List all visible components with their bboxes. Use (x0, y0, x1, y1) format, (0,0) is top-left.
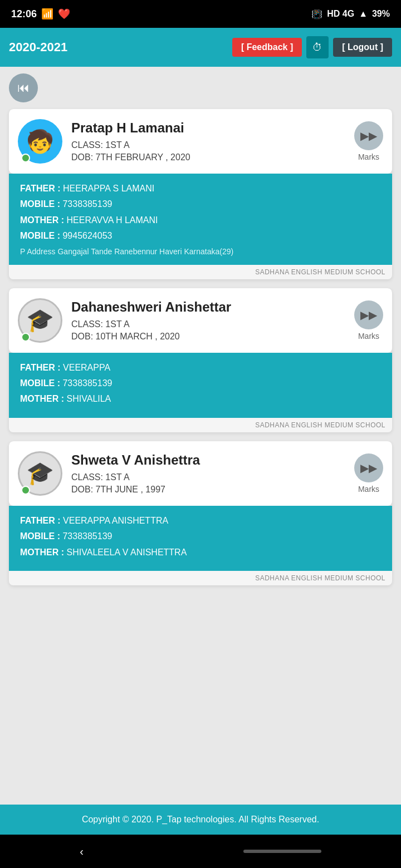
student-card-top-1: 🧒 Pratap H Lamanai CLASS: 1ST A DOB: 7TH… (9, 109, 392, 174)
copyright-text: Copyright © 2020. P_Tap technologies. Al… (82, 815, 319, 824)
father-name-1: HEERAPPA S LAMANI (63, 184, 154, 193)
father-mobile-3: 7338385139 (62, 531, 112, 541)
student-detail-1: FATHER : HEERAPPA S LAMANI MOBILE : 7338… (9, 174, 392, 265)
avatar-wrap-2: 🎓 (18, 298, 62, 343)
mother-mobile-row-1: MOBILE : 9945624053 (20, 230, 381, 242)
back-button[interactable]: ⏮ (9, 73, 38, 102)
school-footer-1: SADHANA ENGLISH MEDIUM SCHOOL (9, 265, 392, 279)
mother-row-3: MOTHER : SHIVALEELA V ANISHETTRA (20, 546, 381, 559)
mother-name-2: SHIVALILA (67, 394, 111, 403)
father-mobile-row-1: MOBILE : 7338385139 (20, 198, 381, 210)
student-card-top-3: 🎓 Shweta V Anishettra CLASS: 1ST A DOB: … (9, 441, 392, 506)
mobile-label-2a: MOBILE : (20, 378, 62, 388)
father-mobile-1: 7338385139 (62, 199, 112, 209)
school-footer-3: SADHANA ENGLISH MEDIUM SCHOOL (9, 571, 392, 585)
clock-button[interactable]: ⏱ (306, 36, 329, 58)
student-info-3: Shweta V Anishettra CLASS: 1ST A DOB: 7T… (71, 452, 345, 495)
mother-label-3: MOTHER : (20, 548, 67, 557)
mother-mobile-1: 9945624053 (62, 231, 112, 240)
online-dot-2 (21, 333, 30, 342)
student-card-3: 🎓 Shweta V Anishettra CLASS: 1ST A DOB: … (9, 441, 392, 585)
student-class-2: CLASS: 1ST A (71, 319, 345, 329)
network-display: HD 4G (327, 9, 354, 19)
student-class-3: CLASS: 1ST A (71, 472, 345, 482)
marks-label-3: Marks (358, 485, 379, 494)
student-dob-3: DOB: 7TH JUNE , 1997 (71, 485, 345, 495)
student-name-2: Dahaneshweri Anishettar (71, 299, 345, 315)
marks-wrap-3: ▶▶ Marks (354, 453, 383, 494)
book-icon-2: 🎓 (26, 307, 54, 333)
school-footer-2: SADHANA ENGLISH MEDIUM SCHOOL (9, 418, 392, 432)
heart-icon: ❤️ (58, 8, 70, 20)
main-content: 🧒 Pratap H Lamanai CLASS: 1ST A DOB: 7TH… (0, 109, 401, 805)
mother-row-1: MOTHER : HEERAVVA H LAMANI (20, 214, 381, 226)
book-icon-3: 🎓 (26, 460, 54, 486)
time-display: 12:06 (11, 8, 37, 20)
student-card-1: 🧒 Pratap H Lamanai CLASS: 1ST A DOB: 7TH… (9, 109, 392, 279)
online-dot-1 (21, 154, 30, 162)
nav-back-button[interactable]: ‹ (80, 845, 84, 858)
vibrate-icon: 📳 (311, 9, 322, 19)
year-display: 2020-2021 (9, 40, 67, 55)
mother-name-3: SHIVALEELA V ANISHETTRA (67, 548, 187, 557)
nav-bar: ‹ (0, 835, 401, 868)
app-footer: Copyright © 2020. P_Tap technologies. Al… (0, 805, 401, 835)
feedback-button[interactable]: [ Feedback ] (232, 38, 302, 57)
student-name-1: Pratap H Lamanai (71, 120, 345, 136)
father-mobile-row-2: MOBILE : 7338385139 (20, 377, 381, 389)
marks-wrap-1: ▶▶ Marks (354, 121, 383, 161)
marks-button-1[interactable]: ▶▶ (354, 121, 383, 150)
mother-name-1: HEERAVVA H LAMANI (67, 215, 158, 225)
top-header: 2020-2021 [ Feedback ] ⏱ [ Logout ] (0, 28, 401, 67)
mobile-label-3a: MOBILE : (20, 531, 62, 541)
marks-label-1: Marks (358, 152, 379, 161)
father-name-3: VEERAPPA ANISHETTRA (63, 516, 168, 525)
signal-icon: 📶 (41, 8, 53, 20)
student-info-1: Pratap H Lamanai CLASS: 1ST A DOB: 7TH F… (71, 120, 345, 162)
mobile-label-1b: MOBILE : (20, 231, 62, 240)
header-actions: [ Feedback ] ⏱ [ Logout ] (232, 36, 392, 58)
father-row-2: FATHER : VEERAPPA (20, 362, 381, 374)
student-card-top-2: 🎓 Dahaneshweri Anishettar CLASS: 1ST A D… (9, 288, 392, 353)
student-detail-2: FATHER : VEERAPPA MOBILE : 7338385139 MO… (9, 353, 392, 418)
status-left: 12:06 📶 ❤️ (11, 8, 70, 20)
student-dob-1: DOB: 7TH FEBRUARY , 2020 (71, 152, 345, 162)
father-row-1: FATHER : HEERAPPA S LAMANI (20, 183, 381, 195)
father-label-3: FATHER : (20, 516, 63, 525)
address-1: P Address Gangajal Tande Ranebennur Have… (20, 247, 381, 256)
father-mobile-row-3: MOBILE : 7338385139 (20, 530, 381, 542)
marks-button-3[interactable]: ▶▶ (354, 453, 383, 482)
student-class-1: CLASS: 1ST A (71, 140, 345, 150)
signal-bars-icon: ▲ (359, 9, 368, 19)
marks-button-2[interactable]: ▶▶ (354, 300, 383, 329)
father-row-3: FATHER : VEERAPPA ANISHETTRA (20, 515, 381, 527)
avatar-wrap-1: 🧒 (18, 119, 62, 164)
avatar-wrap-3: 🎓 (18, 451, 62, 496)
mother-label-1: MOTHER : (20, 215, 67, 225)
battery-display: 39% (372, 9, 390, 19)
father-mobile-2: 7338385139 (62, 378, 112, 388)
status-right: 📳 HD 4G ▲ 39% (311, 9, 390, 19)
mobile-label-1a: MOBILE : (20, 199, 62, 209)
student-dob-2: DOB: 10TH MARCH , 2020 (71, 332, 345, 342)
student-name-3: Shweta V Anishettra (71, 452, 345, 468)
mother-label-2: MOTHER : (20, 394, 67, 403)
status-bar: 12:06 📶 ❤️ 📳 HD 4G ▲ 39% (0, 0, 401, 28)
marks-wrap-2: ▶▶ Marks (354, 300, 383, 341)
student-info-2: Dahaneshweri Anishettar CLASS: 1ST A DOB… (71, 299, 345, 342)
nav-pill (243, 850, 321, 853)
student-detail-3: FATHER : VEERAPPA ANISHETTRA MOBILE : 73… (9, 506, 392, 571)
mother-row-2: MOTHER : SHIVALILA (20, 393, 381, 405)
marks-label-2: Marks (358, 332, 379, 341)
logout-button[interactable]: [ Logout ] (333, 38, 392, 57)
person-icon: 🧒 (26, 129, 54, 155)
father-label-2: FATHER : (20, 363, 63, 372)
student-card-2: 🎓 Dahaneshweri Anishettar CLASS: 1ST A D… (9, 288, 392, 432)
father-label-1: FATHER : (20, 184, 63, 193)
online-dot-3 (21, 486, 30, 495)
father-name-2: VEERAPPA (63, 363, 110, 372)
back-area: ⏮ (0, 67, 401, 109)
